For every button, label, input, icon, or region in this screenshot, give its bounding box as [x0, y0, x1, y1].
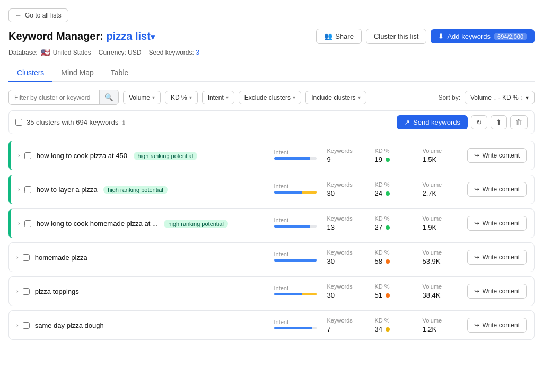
- share-button[interactable]: 👥 Share: [316, 29, 362, 44]
- cluster-checkbox[interactable]: [23, 288, 30, 295]
- volume-metric: Volume 38.4K: [423, 283, 460, 299]
- intent-bar: [274, 225, 317, 228]
- cluster-metrics: Intent Keywords 13 KD % 27 Volume 1.9K: [274, 215, 460, 231]
- delete-button[interactable]: 🗑: [510, 115, 528, 129]
- kd-metric: KD % 19: [375, 147, 412, 163]
- kd-metric: KD % 58: [375, 249, 412, 265]
- cluster-name: how to layer a pizza high ranking potent…: [37, 186, 274, 194]
- kd-metric: KD % 34: [375, 317, 412, 333]
- write-content-button[interactable]: ↪ Write content: [467, 216, 527, 231]
- arrow-left-icon: ←: [15, 12, 22, 19]
- kd-metric: KD % 51: [375, 283, 412, 299]
- page-title: Keyword Manager: pizza list▾: [8, 30, 155, 42]
- back-button[interactable]: ← Go to all lists: [8, 8, 68, 22]
- add-keywords-button[interactable]: ⬇ Add keywords 694/2,000: [431, 29, 535, 43]
- intent-filter[interactable]: Intent ▾: [202, 91, 234, 104]
- cluster-row: › pizza toppings Intent Keywords 30 KD %: [8, 276, 535, 306]
- intent-bar: [274, 191, 317, 194]
- expand-icon[interactable]: ›: [16, 254, 19, 260]
- volume-metric: Volume 1.5K: [423, 147, 460, 163]
- intent-metric: Intent: [274, 183, 317, 196]
- kd-metric: KD % 27: [375, 215, 412, 231]
- send-icon: ↗: [404, 118, 410, 126]
- search-input[interactable]: [9, 91, 99, 104]
- cluster-name: how long to cook pizza at 450 high ranki…: [37, 152, 274, 160]
- cluster-list: › how long to cook pizza at 450 high ran…: [8, 141, 535, 340]
- keywords-metric: Keywords 7: [327, 317, 364, 333]
- cluster-name: pizza toppings: [35, 288, 274, 295]
- write-icon: ↪: [474, 288, 479, 295]
- cluster-checkbox[interactable]: [23, 322, 30, 329]
- refresh-button[interactable]: ↻: [471, 115, 487, 129]
- volume-metric: Volume 2.7K: [423, 181, 460, 197]
- country-label: United States: [53, 49, 91, 56]
- sort-dropdown[interactable]: Volume ↓ - KD % ↕ ▾: [465, 91, 535, 104]
- kd-dot: [386, 225, 390, 230]
- cluster-metrics: Intent Keywords 30 KD % 58 Volume 53.9: [274, 249, 460, 265]
- tabs-bar: Clusters Mind Map Table: [8, 64, 535, 82]
- volume-metric: Volume 53.9K: [423, 249, 460, 265]
- include-clusters-filter[interactable]: Include clusters ▾: [305, 91, 366, 104]
- sort-controls: Sort by: Volume ↓ - KD % ↕ ▾: [439, 91, 535, 104]
- tab-mind-map[interactable]: Mind Map: [52, 64, 102, 82]
- cluster-name: homemade pizza: [35, 254, 274, 262]
- search-wrapper: 🔍: [8, 90, 119, 105]
- cluster-checkbox[interactable]: [24, 220, 31, 227]
- cluster-row: › homemade pizza Intent Keywords 30 KD %: [8, 242, 535, 272]
- kd-filter[interactable]: KD % ▾: [165, 91, 198, 104]
- clusters-actions: ↗ Send keywords ↻ ⬆ 🗑: [397, 115, 528, 129]
- chevron-down-icon: ▾: [226, 94, 229, 100]
- clusters-bar: 35 clusters with 694 keywords ℹ ↗ Send k…: [8, 110, 535, 134]
- high-ranking-tag: high ranking potential: [164, 220, 228, 228]
- write-icon: ↪: [474, 220, 479, 227]
- intent-metric: Intent: [274, 251, 317, 264]
- write-content-button[interactable]: ↪ Write content: [467, 250, 527, 265]
- header-actions: 👥 Share Cluster this list ⬇ Add keywords…: [316, 29, 535, 44]
- write-content-button[interactable]: ↪ Write content: [467, 182, 527, 197]
- chevron-down-icon: ▾: [526, 94, 529, 101]
- send-keywords-button[interactable]: ↗ Send keywords: [397, 115, 468, 129]
- keywords-metric: Keywords 9: [327, 147, 364, 163]
- cluster-row: › how long to cook homemade pizza at ...…: [8, 208, 535, 238]
- cluster-row: › how long to cook pizza at 450 high ran…: [8, 141, 535, 170]
- expand-icon[interactable]: ›: [16, 322, 19, 328]
- kd-dot: [386, 327, 390, 332]
- high-ranking-tag: high ranking potential: [134, 152, 198, 160]
- search-button[interactable]: 🔍: [99, 90, 118, 104]
- cluster-checkbox[interactable]: [23, 254, 30, 261]
- chevron-down-icon[interactable]: ▾: [151, 32, 155, 41]
- volume-filter[interactable]: Volume ▾: [123, 91, 161, 104]
- cluster-checkbox[interactable]: [24, 186, 31, 193]
- cluster-metrics: Intent Keywords 30 KD % 24 Volume 2.7K: [274, 181, 460, 197]
- expand-icon[interactable]: ›: [16, 288, 19, 294]
- clusters-info: 35 clusters with 694 keywords ℹ: [15, 118, 125, 126]
- select-all-checkbox[interactable]: [15, 119, 22, 126]
- cluster-name: same day pizza dough: [35, 321, 274, 329]
- intent-metric: Intent: [274, 149, 317, 162]
- filter-bar: 🔍 Volume ▾ KD % ▾ Intent ▾ Exclude clust…: [8, 90, 535, 105]
- expand-icon[interactable]: ›: [18, 186, 20, 193]
- cluster-list-button[interactable]: Cluster this list: [366, 29, 427, 44]
- download-button[interactable]: ⬆: [491, 115, 507, 129]
- expand-icon[interactable]: ›: [18, 220, 20, 227]
- write-icon: ↪: [474, 186, 479, 193]
- write-content-button[interactable]: ↪ Write content: [467, 318, 527, 333]
- write-content-button[interactable]: ↪ Write content: [467, 284, 527, 299]
- seed-keywords-link[interactable]: 3: [196, 49, 199, 56]
- keywords-metric: Keywords 30: [327, 249, 364, 265]
- cluster-checkbox[interactable]: [24, 152, 31, 159]
- tab-clusters[interactable]: Clusters: [8, 64, 52, 82]
- chevron-down-icon: ▾: [358, 94, 361, 100]
- write-content-button[interactable]: ↪ Write content: [467, 148, 527, 163]
- keywords-metric: Keywords 30: [327, 181, 364, 197]
- keywords-metric: Keywords 13: [327, 215, 364, 231]
- exclude-clusters-filter[interactable]: Exclude clusters ▾: [239, 91, 301, 104]
- kd-dot: [386, 158, 390, 162]
- expand-icon[interactable]: ›: [18, 152, 20, 159]
- cluster-name: how long to cook homemade pizza at ... h…: [37, 220, 274, 228]
- cluster-row: › same day pizza dough Intent Keywords 7…: [8, 310, 535, 340]
- cluster-metrics: Intent Keywords 30 KD % 51 Volume 38.4: [274, 283, 460, 299]
- list-name: pizza list: [106, 30, 150, 42]
- tab-table[interactable]: Table: [102, 64, 137, 82]
- info-icon[interactable]: ℹ: [122, 119, 125, 126]
